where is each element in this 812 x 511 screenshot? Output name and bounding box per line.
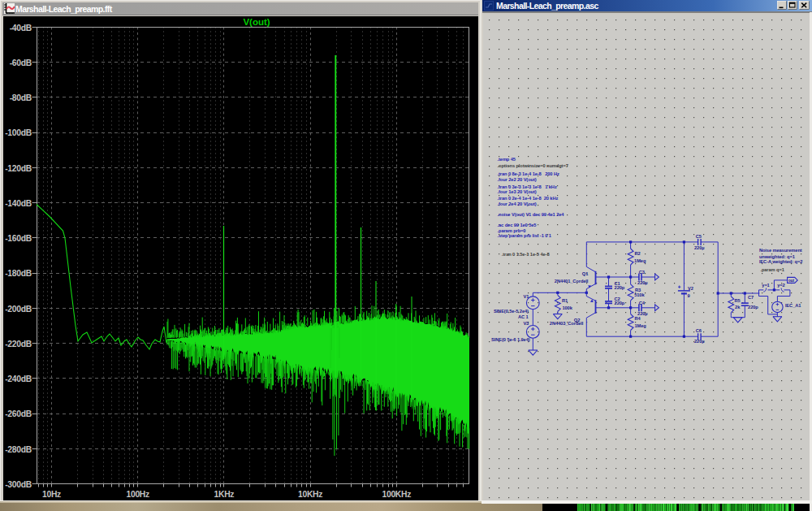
svg-text:1Meg: 1Meg (635, 323, 647, 328)
svg-text:-120dB: -120dB (5, 164, 32, 173)
svg-text:y=1: y=1 (762, 283, 769, 288)
svg-text:-240dB: -240dB (5, 375, 32, 383)
svg-text:C4: C4 (639, 301, 646, 305)
svg-text:510k: 510k (634, 292, 645, 297)
svg-text:out: out (788, 279, 794, 283)
svg-text:100KHz: 100KHz (382, 490, 411, 499)
svg-text:C5: C5 (696, 234, 702, 239)
svg-text:R1: R1 (562, 298, 568, 303)
svg-text:100k: 100k (562, 305, 572, 310)
svg-text:C6: C6 (696, 328, 702, 333)
svg-text:2N4401_Cordell: 2N4401_Cordell (555, 279, 589, 284)
svg-text:1Meg: 1Meg (634, 258, 646, 263)
svg-text:IEC-A weighted: q=2: IEC-A weighted: q=2 (759, 259, 802, 264)
svg-text:R2: R2 (635, 251, 641, 256)
svg-text:.temp 45: .temp 45 (498, 157, 516, 162)
svg-text:-300dB: -300dB (5, 480, 32, 489)
svg-text:AC 1: AC 1 (518, 314, 529, 319)
svg-text:-220dB: -220dB (5, 340, 32, 349)
svg-text:.step param prb list -1 0 1: .step param prb list -1 0 1 (498, 233, 551, 238)
svg-text:V2: V2 (688, 286, 693, 291)
svg-text:.noise V(out) V1 dec 99 4e1 2e: .noise V(out) V1 dec 99 4e1 2e4 (498, 212, 565, 217)
svg-text:-60dB: -60dB (10, 58, 32, 67)
svg-text:.four 2e4 20 V(out): .four 2e4 20 V(out) (498, 201, 537, 206)
svg-text:-80dB: -80dB (10, 93, 32, 102)
svg-text:R4: R4 (635, 316, 641, 321)
svg-text:220p: 220p (615, 285, 625, 290)
svg-text:220µ: 220µ (637, 280, 647, 285)
svg-text:10Hz: 10Hz (42, 490, 61, 499)
svg-text:-40dB: -40dB (10, 24, 32, 32)
svg-text:unweighted: q=1: unweighted: q=1 (759, 254, 795, 259)
svg-text:-180dB: -180dB (5, 269, 32, 278)
svg-text:.param q=1: .param q=1 (760, 267, 784, 272)
svg-text:-280dB: -280dB (5, 445, 32, 454)
svg-text:C7: C7 (748, 295, 754, 300)
svg-text:.four 2e2 20 V(out): .four 2e2 20 V(out) (498, 177, 537, 182)
svg-text:-160dB: -160dB (5, 234, 32, 243)
svg-text:10KHz: 10KHz (298, 490, 322, 499)
svg-text:SINE(0 5e-5 2e4): SINE(0 5e-5 2e4) (494, 309, 529, 314)
svg-text:IEC_A1: IEC_A1 (785, 303, 801, 308)
svg-text:.tran 0 1.5e-1 1e-5 4e-8: .tran 0 1.5e-1 1e-5 4e-8 (502, 252, 550, 257)
svg-text:-100dB: -100dB (5, 128, 32, 137)
svg-text:-260dB: -260dB (5, 409, 32, 418)
svg-text:Q1: Q1 (582, 271, 588, 276)
svg-text:220µ: 220µ (694, 339, 704, 344)
svg-text:V3: V3 (523, 321, 529, 326)
svg-text:V1: V1 (524, 294, 529, 299)
svg-text:-200dB: -200dB (5, 305, 32, 314)
svg-text:.four 1e3 20 V(out): .four 1e3 20 V(out) (498, 189, 537, 194)
svg-text:.options plotwinsize=0 numdgt=: .options plotwinsize=0 numdgt=7 (498, 163, 568, 168)
svg-text:.ac dec 99 1e0 5e5: .ac dec 99 1e0 5e5 (498, 223, 537, 227)
svg-text:1KHz: 1KHz (214, 490, 235, 499)
svg-text:220µ: 220µ (637, 311, 647, 316)
svg-text:y=2: y=2 (777, 283, 784, 288)
svg-text:V(out): V(out) (243, 17, 270, 27)
svg-text:-140dB: -140dB (5, 199, 32, 208)
svg-text:.tran 0 8e-3 1e-4 1e-8 200 H: .tran 0 8e-3 1e-4 1e-8 200 Hz (498, 171, 559, 176)
svg-text:2k: 2k (735, 305, 741, 310)
svg-text:100Hz: 100Hz (126, 490, 149, 499)
svg-text:SINE(0 5e-6 1.9e4): SINE(0 5e-6 1.9e4) (491, 337, 530, 342)
svg-text:R5: R5 (734, 298, 740, 303)
svg-text:220µ: 220µ (694, 245, 704, 250)
svg-text:220p: 220p (748, 305, 758, 310)
svg-text:C3: C3 (639, 270, 645, 275)
svg-text:.tran 0 2e-4 1e-4 1e-8 20 kHz: .tran 0 2e-4 1e-4 1e-8 20 kHz (498, 196, 559, 201)
svg-text:Noise measurement: Noise measurement (759, 248, 802, 253)
svg-text:220p: 220p (615, 301, 625, 305)
svg-text:9: 9 (687, 293, 689, 298)
svg-text:2N4403_Cordell: 2N4403_Cordell (550, 321, 584, 326)
